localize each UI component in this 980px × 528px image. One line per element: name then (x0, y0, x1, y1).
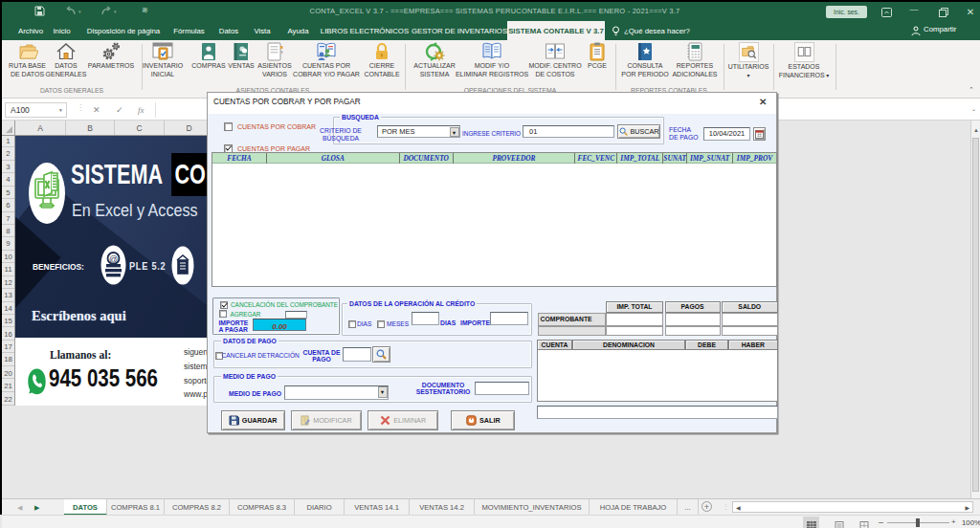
buscar-button[interactable]: BUSCAR (617, 124, 660, 139)
tab-datos[interactable]: Datos (213, 21, 244, 40)
dias-input[interactable] (412, 312, 439, 325)
checkbox-agregar-label[interactable]: AGREGAR (231, 311, 261, 318)
tab-vista[interactable]: Vista (249, 21, 276, 40)
help-search[interactable]: ¿Qué desea hacer? (624, 21, 701, 40)
row-header[interactable]: 6 (2, 200, 14, 211)
cuenta-pago-input[interactable] (343, 347, 371, 362)
hscroll-left-icon[interactable]: ◀ (736, 504, 741, 511)
checkbox-cuentas-pagar-label[interactable]: CUENTAS POR PAGAR (237, 145, 310, 152)
checkbox-cuentas-cobrar[interactable] (224, 122, 233, 131)
sheet-tab-datos[interactable]: DATOS (64, 499, 107, 516)
row-header[interactable]: 14 (2, 303, 14, 315)
vertical-scrollbar-thumb[interactable] (972, 138, 979, 492)
cuenta-pago-search-button[interactable] (372, 346, 390, 363)
combo-dropdown-icon[interactable]: ▼ (450, 127, 459, 137)
row-header[interactable]: 21 (2, 380, 14, 392)
row-header[interactable]: 13 (2, 290, 14, 301)
close-button[interactable]: ✕ (964, 5, 977, 19)
tab-ayuda[interactable]: Ayuda (282, 21, 314, 40)
sheet-tab-compras81[interactable]: COMPRAS 8.1 (107, 499, 165, 516)
select-all-corner[interactable] (2, 121, 15, 136)
fx-icon[interactable]: fx (138, 105, 145, 115)
eliminar-button[interactable]: ELIMINAR (368, 410, 438, 430)
name-box[interactable]: A100 (5, 102, 67, 118)
qat-customize-icon[interactable]: ≋ (142, 6, 148, 14)
credito-importe-input[interactable] (490, 312, 528, 325)
checkbox-cancelacion[interactable] (220, 301, 228, 309)
sheet-nav-right-icon[interactable]: ▶ (34, 504, 39, 512)
criterio-input[interactable]: 01 (523, 125, 614, 138)
row-header[interactable]: 9 (2, 238, 14, 250)
confirm-entry-icon[interactable]: ✓ (116, 105, 123, 115)
row-header[interactable]: 1 (2, 136, 14, 147)
restore-button[interactable] (939, 8, 948, 17)
column-header-a[interactable]: A (15, 121, 66, 135)
sheet-tab-hoja-trabajo[interactable]: HOJA DE TRABAJO (590, 499, 678, 516)
tab-gestor-inventarios[interactable]: GESTOR DE INVENTARIOS (410, 21, 509, 40)
sheet-tab-compras82[interactable]: COMPRAS 8.2 (165, 499, 230, 516)
column-header-c[interactable]: C (115, 121, 165, 135)
modificar-button[interactable]: MODIFICAR (291, 410, 362, 430)
undo-icon[interactable] (65, 6, 77, 16)
share-button[interactable]: Compartir (924, 25, 956, 33)
view-page-break-icon[interactable] (856, 517, 872, 528)
undo-caret-icon[interactable]: ▾ (78, 9, 81, 14)
vertical-scrollbar[interactable]: ▲ (970, 121, 980, 498)
column-header-b[interactable]: B (66, 121, 115, 135)
sheet-tab-more[interactable]: ... (678, 499, 699, 516)
zoom-percentage[interactable]: 100% (962, 518, 980, 527)
row-header[interactable]: 7 (2, 213, 14, 225)
dialog-close-icon[interactable]: ✕ (759, 97, 767, 107)
row-header[interactable]: 20 (2, 367, 14, 380)
medio-pago-dropdown-icon[interactable]: ▼ (378, 386, 388, 398)
zoom-slider-thumb[interactable] (916, 518, 920, 527)
sheet-tab-ventas141[interactable]: VENTAS 14.1 (345, 499, 410, 516)
row-header[interactable]: 12 (2, 277, 14, 289)
calendar-button[interactable] (753, 127, 766, 141)
row-header[interactable]: 11 (2, 264, 14, 275)
row-header[interactable]: 16 (2, 329, 14, 341)
zoom-out-icon[interactable]: – (879, 517, 883, 527)
checkbox-dias-label[interactable]: DIAS (357, 320, 371, 327)
fecha-pago-input[interactable]: 10/04/2021 (703, 127, 750, 141)
results-list[interactable]: FECHA GLOSA DOCUMENTO PROVEEDOR FEC_VENC… (212, 152, 777, 287)
ribbon-button-estados-financieros[interactable]: ESTADOSFINANCIEROS ▾ (768, 42, 840, 79)
salir-button[interactable]: SALIR (451, 410, 515, 430)
guardar-button[interactable]: GUARDAR (221, 410, 285, 430)
tab-disposicion[interactable]: Disposición de página (80, 21, 167, 40)
row-header[interactable]: 22 (2, 393, 14, 406)
row-header[interactable]: 18 (2, 354, 14, 365)
checkbox-agregar[interactable] (219, 310, 227, 318)
minimize-button[interactable]: — (907, 3, 921, 17)
row-header[interactable]: 4 (2, 174, 14, 186)
redo-caret-icon[interactable]: ▾ (114, 9, 117, 14)
row-header[interactable]: 5 (2, 187, 14, 199)
tab-sistema-contable[interactable]: SISTEMA CONTABLE V 3.7 (507, 21, 605, 40)
row-header[interactable]: 8 (2, 226, 14, 237)
save-icon[interactable] (34, 6, 45, 16)
zoom-in-icon[interactable]: + (951, 517, 956, 526)
redo-icon[interactable] (100, 6, 112, 16)
formulabar-expand-icon[interactable]: ⌄ (971, 105, 976, 112)
tab-inicio[interactable]: Inicio (50, 21, 74, 40)
checkbox-cancelar-detraccion-label[interactable]: CANCELAR DETRACCIÓN (222, 352, 300, 359)
ribbon-display-options-icon[interactable] (881, 8, 892, 17)
checkbox-meses[interactable] (377, 320, 385, 328)
medio-pago-combobox[interactable]: ▼ (284, 385, 390, 400)
view-normal-icon[interactable] (803, 517, 819, 528)
row-header[interactable]: 15 (2, 316, 14, 327)
sheet-tab-compras83[interactable]: COMPRAS 8.3 (230, 499, 295, 516)
tab-archivo[interactable]: Archivo (11, 21, 50, 40)
hscroll-right-icon[interactable]: ▶ (965, 504, 969, 511)
view-page-layout-icon[interactable] (831, 517, 847, 528)
row-header[interactable]: 2 (2, 148, 14, 160)
cancel-entry-icon[interactable]: ✕ (93, 105, 100, 115)
checkbox-cuentas-cobrar-label[interactable]: CUENTAS POR COBRAR (237, 123, 316, 130)
row-header[interactable]: 3 (2, 162, 14, 173)
sheet-tab-ventas142[interactable]: VENTAS 14.2 (410, 499, 475, 516)
scroll-up-icon[interactable]: ▲ (972, 124, 980, 136)
criterio-combobox[interactable]: POR MES▼ (377, 125, 460, 138)
row-header[interactable]: 17 (2, 341, 14, 353)
cuenta-grid-list[interactable] (537, 350, 778, 403)
sheet-tab-movimiento[interactable]: MOVIMIENTO_INVENTARIOS (475, 499, 590, 516)
